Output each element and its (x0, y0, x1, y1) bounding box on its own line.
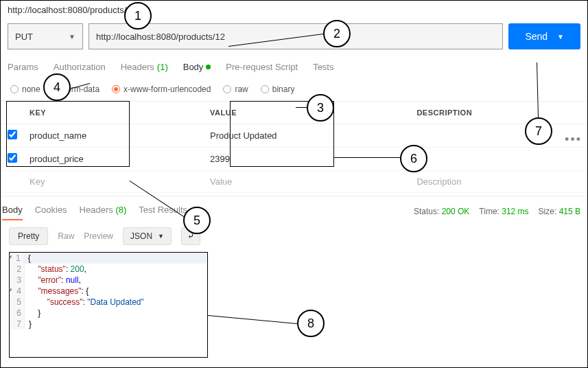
table-row[interactable]: product_price 2399 (1, 148, 587, 171)
http-method-select[interactable]: PUT ▼ (8, 23, 83, 49)
radio-icon (112, 85, 120, 93)
resp-tab-body[interactable]: Body (2, 202, 23, 220)
request-url-input[interactable]: http://localhost:8080/products/12 (89, 23, 503, 49)
tab-prerequest[interactable]: Pre-request Script (226, 62, 298, 78)
response-toolbar: Pretty Raw Preview JSON ▼ ⤶ (1, 220, 587, 252)
row-enable-checkbox[interactable] (8, 130, 17, 139)
response-meta: Status: 200 OK Time: 312 ms Size: 415 B (414, 207, 580, 216)
tab-url: http://localhost:8080/products/12 (1, 1, 587, 19)
callout-8: 8 (297, 310, 325, 337)
send-button[interactable]: Send ▼ (508, 23, 580, 49)
response-bar: Body Cookies Headers (8) Test Results St… (1, 196, 587, 220)
tab-headers-count: (1) (157, 62, 168, 72)
chevron-down-icon: ▼ (158, 233, 164, 240)
method-value: PUT (15, 32, 33, 42)
desc-cell[interactable] (411, 148, 587, 171)
status-value: 200 OK (442, 207, 470, 216)
response-code: 1{ 2 "status": 200, 3 "error": null, 4 "… (9, 252, 208, 358)
tab-headers-label: Headers (121, 62, 154, 72)
value-placeholder[interactable]: Value (204, 171, 411, 193)
desc-cell[interactable] (411, 124, 587, 148)
resp-tab-cookies[interactable]: Cookies (35, 202, 67, 220)
radio-raw[interactable]: raw (223, 84, 248, 94)
radio-icon (10, 85, 19, 93)
key-cell[interactable]: product_price (24, 148, 204, 171)
value-cell[interactable]: 2399 (204, 148, 411, 171)
tab-body-label: Body (183, 62, 204, 72)
tab-params[interactable]: Params (8, 62, 38, 78)
col-desc: DESCRIPTION (411, 102, 587, 124)
view-raw-button[interactable]: Raw (58, 231, 74, 241)
radio-urlencoded[interactable]: x-www-form-urlencoded (112, 84, 211, 94)
value-cell[interactable]: Product Updated (204, 124, 411, 148)
request-row: PUT ▼ http://localhost:8080/products/12 … (1, 19, 587, 58)
resp-tab-tests[interactable]: Test Results (139, 202, 187, 220)
table-row[interactable]: product_name Product Updated (1, 124, 587, 148)
radio-icon (53, 85, 61, 93)
key-placeholder[interactable]: Key (24, 171, 204, 193)
wrap-lines-icon[interactable]: ⤶ (181, 227, 200, 245)
tab-tests[interactable]: Tests (313, 62, 333, 78)
tab-authorization[interactable]: Authorization (54, 62, 106, 78)
radio-icon (261, 85, 269, 93)
row-enable-checkbox[interactable] (8, 153, 17, 163)
col-key: KEY (24, 102, 204, 124)
chevron-down-icon: ▼ (69, 33, 75, 41)
chevron-down-icon: ▼ (557, 33, 564, 41)
response-tabs: Body Cookies Headers (8) Test Results (2, 202, 187, 220)
key-cell[interactable]: product_name (24, 124, 204, 148)
radio-icon (223, 85, 231, 93)
col-value: VALUE (204, 102, 411, 124)
body-type-radios: none form-data x-www-form-urlencoded raw… (1, 78, 587, 101)
body-kv-table: KEY VALUE DESCRIPTION product_name Produ… (1, 101, 587, 193)
radio-form-data[interactable]: form-data (53, 84, 99, 94)
view-pretty-button[interactable]: Pretty (9, 227, 48, 245)
radio-none[interactable]: none (10, 84, 40, 94)
more-icon[interactable]: ••• (565, 133, 582, 147)
radio-binary[interactable]: binary (261, 84, 295, 94)
size-value: 415 B (559, 207, 580, 216)
table-row[interactable]: Key Value Description (1, 171, 587, 193)
modified-dot-icon (206, 65, 211, 69)
format-select[interactable]: JSON ▼ (123, 227, 172, 245)
request-tabs: Params Authorization Headers (1) Body Pr… (1, 58, 587, 78)
view-preview-button[interactable]: Preview (84, 231, 113, 241)
tab-headers[interactable]: Headers (1) (121, 62, 168, 78)
send-label: Send (525, 31, 548, 42)
desc-placeholder[interactable]: Description (411, 171, 587, 193)
resp-tab-headers[interactable]: Headers (8) (80, 202, 127, 220)
tab-body[interactable]: Body (183, 62, 211, 78)
time-value: 312 ms (502, 207, 528, 216)
url-value: http://localhost:8080/products/12 (96, 32, 225, 42)
